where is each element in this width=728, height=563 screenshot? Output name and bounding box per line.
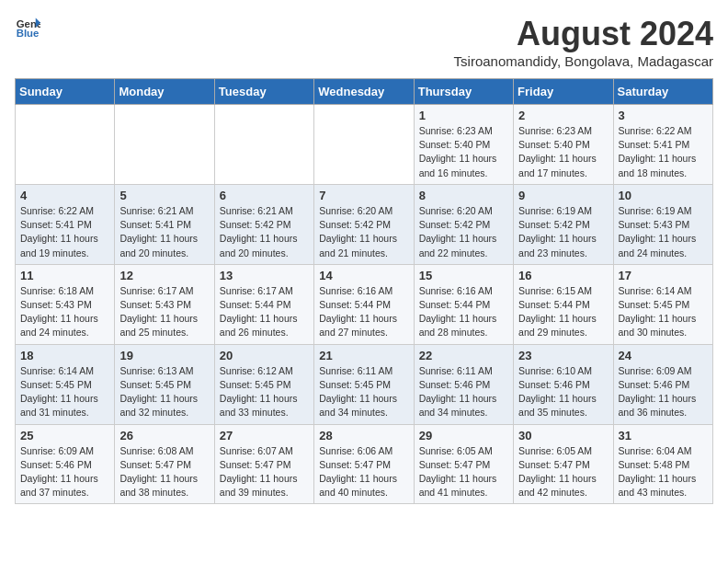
day-header-thursday: Thursday xyxy=(414,79,513,105)
day-number: 24 xyxy=(619,349,708,362)
day-info: Sunrise: 6:23 AMSunset: 5:40 PMDaylight:… xyxy=(419,124,508,180)
calendar-cell: 4Sunrise: 6:22 AMSunset: 5:41 PMDaylight… xyxy=(16,184,115,264)
day-info: Sunrise: 6:17 AMSunset: 5:44 PMDaylight:… xyxy=(220,284,309,340)
day-info: Sunrise: 6:23 AMSunset: 5:40 PMDaylight:… xyxy=(518,124,608,180)
calendar-cell: 8Sunrise: 6:20 AMSunset: 5:42 PMDaylight… xyxy=(414,184,513,264)
day-header-saturday: Saturday xyxy=(613,79,712,105)
calendar-cell xyxy=(16,105,115,185)
day-number: 5 xyxy=(119,189,209,202)
day-info: Sunrise: 6:14 AMSunset: 5:45 PMDaylight:… xyxy=(20,364,109,420)
day-info: Sunrise: 6:17 AMSunset: 5:43 PMDaylight:… xyxy=(119,284,209,340)
calendar-cell: 27Sunrise: 6:07 AMSunset: 5:47 PMDayligh… xyxy=(214,424,313,504)
day-number: 23 xyxy=(518,349,608,362)
day-number: 17 xyxy=(619,269,708,282)
calendar-cell xyxy=(314,105,414,185)
day-header-wednesday: Wednesday xyxy=(314,79,414,105)
day-info: Sunrise: 6:22 AMSunset: 5:41 PMDaylight:… xyxy=(619,124,708,180)
calendar-cell: 29Sunrise: 6:05 AMSunset: 5:47 PMDayligh… xyxy=(414,424,513,504)
calendar-cell: 24Sunrise: 6:09 AMSunset: 5:46 PMDayligh… xyxy=(613,344,712,424)
calendar-week-row: 18Sunrise: 6:14 AMSunset: 5:45 PMDayligh… xyxy=(16,344,713,424)
calendar-cell: 2Sunrise: 6:23 AMSunset: 5:40 PMDaylight… xyxy=(514,105,613,185)
calendar-cell: 17Sunrise: 6:14 AMSunset: 5:45 PMDayligh… xyxy=(613,264,712,344)
day-info: Sunrise: 6:20 AMSunset: 5:42 PMDaylight:… xyxy=(319,204,408,260)
day-number: 26 xyxy=(119,429,209,442)
day-header-monday: Monday xyxy=(115,79,214,105)
day-header-tuesday: Tuesday xyxy=(214,79,313,105)
calendar-cell: 20Sunrise: 6:12 AMSunset: 5:45 PMDayligh… xyxy=(214,344,313,424)
day-info: Sunrise: 6:08 AMSunset: 5:47 PMDaylight:… xyxy=(119,444,209,500)
day-info: Sunrise: 6:09 AMSunset: 5:46 PMDaylight:… xyxy=(20,444,109,500)
calendar-cell: 21Sunrise: 6:11 AMSunset: 5:45 PMDayligh… xyxy=(314,344,414,424)
day-number: 12 xyxy=(119,269,209,282)
calendar-cell: 5Sunrise: 6:21 AMSunset: 5:41 PMDaylight… xyxy=(115,184,214,264)
day-info: Sunrise: 6:11 AMSunset: 5:45 PMDaylight:… xyxy=(319,364,408,420)
calendar-cell: 25Sunrise: 6:09 AMSunset: 5:46 PMDayligh… xyxy=(16,424,115,504)
day-number: 16 xyxy=(518,269,608,282)
calendar-cell: 12Sunrise: 6:17 AMSunset: 5:43 PMDayligh… xyxy=(115,264,214,344)
month-year-title: August 2024 xyxy=(454,15,713,53)
calendar-cell: 10Sunrise: 6:19 AMSunset: 5:43 PMDayligh… xyxy=(613,184,712,264)
calendar-table: SundayMondayTuesdayWednesdayThursdayFrid… xyxy=(15,78,713,504)
calendar-cell xyxy=(214,105,313,185)
day-number: 20 xyxy=(220,349,309,362)
day-number: 22 xyxy=(419,349,508,362)
day-number: 1 xyxy=(419,109,508,122)
day-info: Sunrise: 6:20 AMSunset: 5:42 PMDaylight:… xyxy=(419,204,508,260)
calendar-cell: 30Sunrise: 6:05 AMSunset: 5:47 PMDayligh… xyxy=(514,424,613,504)
day-info: Sunrise: 6:18 AMSunset: 5:43 PMDaylight:… xyxy=(20,284,109,340)
calendar-week-row: 11Sunrise: 6:18 AMSunset: 5:43 PMDayligh… xyxy=(16,264,713,344)
day-info: Sunrise: 6:19 AMSunset: 5:42 PMDaylight:… xyxy=(518,204,608,260)
header: General Blue August 2024 Tsiroanomandidy… xyxy=(15,15,713,69)
day-number: 27 xyxy=(220,429,309,442)
day-header-sunday: Sunday xyxy=(16,79,115,105)
calendar-cell: 26Sunrise: 6:08 AMSunset: 5:47 PMDayligh… xyxy=(115,424,214,504)
day-info: Sunrise: 6:04 AMSunset: 5:48 PMDaylight:… xyxy=(619,444,708,500)
calendar-cell: 14Sunrise: 6:16 AMSunset: 5:44 PMDayligh… xyxy=(314,264,414,344)
day-number: 11 xyxy=(20,269,109,282)
day-number: 8 xyxy=(419,189,508,202)
day-number: 4 xyxy=(20,189,109,202)
day-info: Sunrise: 6:10 AMSunset: 5:46 PMDaylight:… xyxy=(518,364,608,420)
day-info: Sunrise: 6:14 AMSunset: 5:45 PMDaylight:… xyxy=(619,284,708,340)
day-info: Sunrise: 6:07 AMSunset: 5:47 PMDaylight:… xyxy=(220,444,309,500)
calendar-cell: 15Sunrise: 6:16 AMSunset: 5:44 PMDayligh… xyxy=(414,264,513,344)
day-info: Sunrise: 6:15 AMSunset: 5:44 PMDaylight:… xyxy=(518,284,608,340)
day-info: Sunrise: 6:22 AMSunset: 5:41 PMDaylight:… xyxy=(20,204,109,260)
calendar-cell: 6Sunrise: 6:21 AMSunset: 5:42 PMDaylight… xyxy=(214,184,313,264)
svg-text:Blue: Blue xyxy=(17,28,40,39)
day-info: Sunrise: 6:13 AMSunset: 5:45 PMDaylight:… xyxy=(119,364,209,420)
day-number: 13 xyxy=(220,269,309,282)
day-info: Sunrise: 6:21 AMSunset: 5:42 PMDaylight:… xyxy=(220,204,309,260)
calendar-cell: 23Sunrise: 6:10 AMSunset: 5:46 PMDayligh… xyxy=(514,344,613,424)
calendar-cell: 1Sunrise: 6:23 AMSunset: 5:40 PMDaylight… xyxy=(414,105,513,185)
calendar-cell: 3Sunrise: 6:22 AMSunset: 5:41 PMDaylight… xyxy=(613,105,712,185)
day-info: Sunrise: 6:21 AMSunset: 5:41 PMDaylight:… xyxy=(119,204,209,260)
day-number: 3 xyxy=(619,109,708,122)
day-number: 31 xyxy=(619,429,708,442)
day-number: 15 xyxy=(419,269,508,282)
day-number: 7 xyxy=(319,189,408,202)
day-info: Sunrise: 6:16 AMSunset: 5:44 PMDaylight:… xyxy=(419,284,508,340)
calendar-cell xyxy=(115,105,214,185)
day-number: 28 xyxy=(319,429,408,442)
calendar-week-row: 25Sunrise: 6:09 AMSunset: 5:46 PMDayligh… xyxy=(16,424,713,504)
day-info: Sunrise: 6:12 AMSunset: 5:45 PMDaylight:… xyxy=(220,364,309,420)
day-number: 21 xyxy=(319,349,408,362)
day-number: 2 xyxy=(518,109,608,122)
day-number: 30 xyxy=(518,429,608,442)
day-number: 18 xyxy=(20,349,109,362)
title-area: August 2024 Tsiroanomandidy, Bongolava, … xyxy=(454,15,713,69)
day-info: Sunrise: 6:11 AMSunset: 5:46 PMDaylight:… xyxy=(419,364,508,420)
day-number: 9 xyxy=(518,189,608,202)
day-info: Sunrise: 6:09 AMSunset: 5:46 PMDaylight:… xyxy=(619,364,708,420)
day-number: 19 xyxy=(119,349,209,362)
calendar-cell: 16Sunrise: 6:15 AMSunset: 5:44 PMDayligh… xyxy=(514,264,613,344)
day-number: 29 xyxy=(419,429,508,442)
day-info: Sunrise: 6:16 AMSunset: 5:44 PMDaylight:… xyxy=(319,284,408,340)
calendar-cell: 22Sunrise: 6:11 AMSunset: 5:46 PMDayligh… xyxy=(414,344,513,424)
calendar-cell: 11Sunrise: 6:18 AMSunset: 5:43 PMDayligh… xyxy=(16,264,115,344)
day-info: Sunrise: 6:05 AMSunset: 5:47 PMDaylight:… xyxy=(518,444,608,500)
calendar-cell: 7Sunrise: 6:20 AMSunset: 5:42 PMDaylight… xyxy=(314,184,414,264)
calendar-cell: 31Sunrise: 6:04 AMSunset: 5:48 PMDayligh… xyxy=(613,424,712,504)
day-header-friday: Friday xyxy=(514,79,613,105)
